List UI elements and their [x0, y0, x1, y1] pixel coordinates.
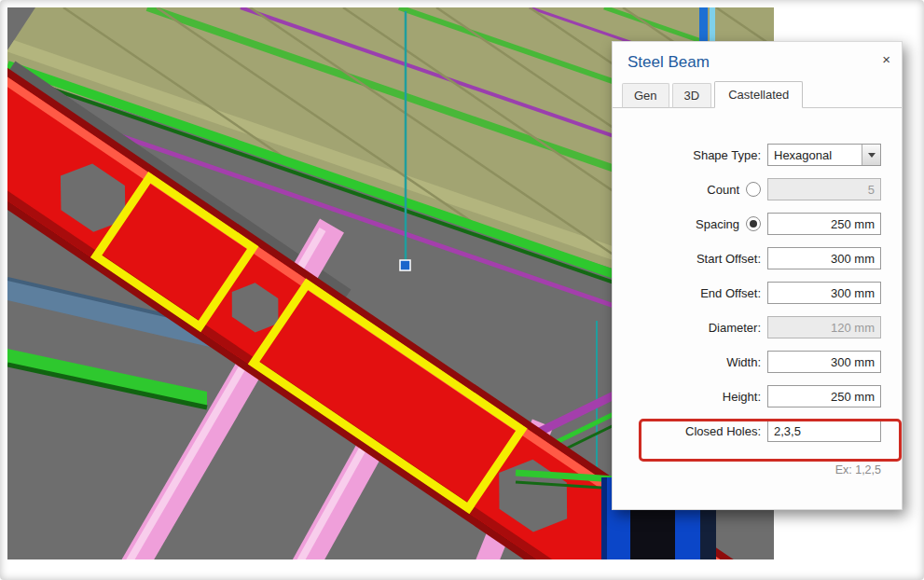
height-label: Height: [723, 390, 761, 404]
spacing-label: Spacing [696, 217, 739, 231]
spacing-radio[interactable] [746, 216, 761, 231]
close-icon[interactable]: × [882, 52, 890, 66]
shape-type-select[interactable]: Hexagonal [767, 144, 881, 166]
field-spacing: Spacing [613, 213, 881, 235]
diameter-input [767, 316, 881, 338]
field-diameter: Diameter: [613, 316, 881, 338]
steel-beam-dialog: Steel Beam × Gen 3D Castellated Shape Ty… [612, 41, 903, 510]
dialog-header: Steel Beam × [613, 42, 902, 81]
end-offset-label: End Offset: [700, 286, 761, 300]
spacing-input[interactable] [767, 213, 881, 235]
closed-holes-input[interactable] [767, 420, 881, 442]
count-label: Count [707, 183, 739, 197]
end-offset-input[interactable] [767, 282, 881, 304]
shape-type-value: Hexagonal [768, 148, 862, 162]
chevron-down-icon[interactable] [862, 145, 880, 165]
start-offset-label: Start Offset: [696, 252, 761, 266]
tab-gen[interactable]: Gen [622, 83, 669, 108]
field-height: Height: [613, 385, 881, 407]
field-width: Width: [613, 351, 881, 373]
field-start-offset: Start Offset: [613, 247, 881, 269]
example-hint: Ex: 1,2,5 [835, 463, 881, 476]
field-shape-type: Shape Type: Hexagonal [613, 144, 881, 166]
field-count: Count [613, 178, 881, 200]
field-closed-holes: Closed Holes: [613, 420, 881, 442]
tab-3d[interactable]: 3D [672, 83, 712, 108]
width-input[interactable] [767, 351, 881, 373]
closed-holes-label: Closed Holes: [685, 424, 761, 438]
dialog-title: Steel Beam [627, 53, 710, 71]
count-radio[interactable] [746, 182, 761, 197]
field-end-offset: End Offset: [613, 282, 881, 304]
width-label: Width: [726, 355, 761, 369]
start-offset-input[interactable] [767, 247, 881, 269]
diameter-label: Diameter: [709, 321, 761, 335]
screenshot-frame: Steel Beam × Gen 3D Castellated Shape Ty… [0, 0, 924, 580]
tab-bar: Gen 3D Castellated [613, 81, 902, 108]
count-input [767, 178, 881, 200]
height-input[interactable] [767, 385, 881, 407]
castellated-form: Shape Type: Hexagonal Count Spacing Star… [613, 144, 902, 442]
shape-type-label: Shape Type: [693, 148, 761, 162]
beam-tag-marker[interactable] [400, 260, 410, 270]
tab-castellated[interactable]: Castellated [714, 81, 803, 108]
